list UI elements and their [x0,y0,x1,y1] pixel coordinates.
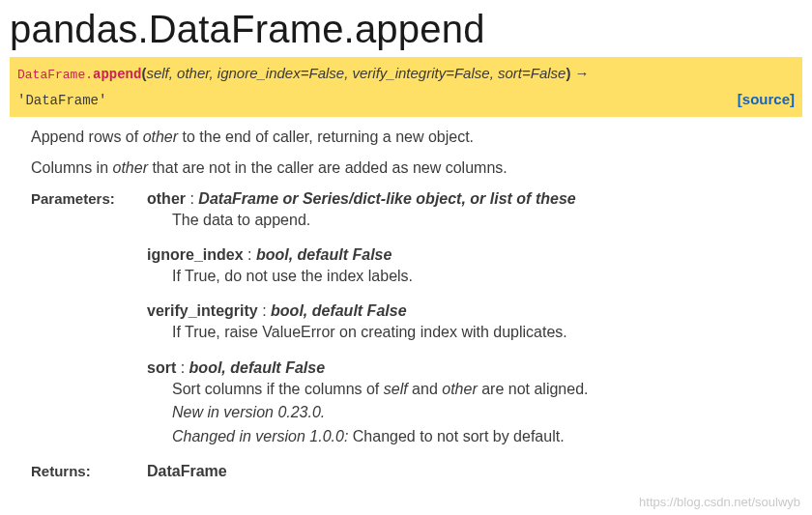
param-type: DataFrame or Series/dict-like object, or… [198,190,575,207]
param-name: other [147,190,186,207]
param-name: sort [147,359,176,376]
desc-line-1: Append rows of other to the end of calle… [31,129,802,146]
sig-classname: DataFrame. [17,68,93,82]
desc-line-2: Columns in other that are not in the cal… [31,159,802,177]
text: and [408,381,443,397]
version-changed: Changed in version 1.0.0: Changed to not… [172,426,802,447]
text: to the end of caller, returning a new ob… [178,129,474,145]
param-desc: If True, do not use the index labels. [172,266,802,287]
text: Sort columns if the columns of [172,381,384,397]
param-sort: sort : bool, default False Sort columns … [147,359,802,447]
param-type: bool, default False [189,359,325,376]
sig-return-type: 'DataFrame' [17,93,106,108]
param-desc: If True, raise ValueError on creating in… [172,322,802,343]
em-other: other [112,159,147,176]
returns-type: DataFrame [147,463,227,479]
param-ignore-index: ignore_index : bool, default False If Tr… [147,246,802,287]
em-self: self [384,381,408,397]
text: Append rows of [31,129,143,145]
parameters-body: other : DataFrame or Series/dict-like ob… [147,190,802,463]
version-changed-label: Changed in version 1.0.0: [172,428,348,444]
signature-block: DataFrame.append(self, other, ignore_ind… [10,57,802,117]
param-verify-integrity: verify_integrity : bool, default False I… [147,302,802,343]
param-other: other : DataFrame or Series/dict-like ob… [147,190,802,231]
version-changed-text: Changed to not sort by default. [348,428,564,444]
version-new: New in version 0.23.0. [172,402,802,423]
param-head: sort : bool, default False [147,359,802,377]
returns-label: Returns: [31,463,137,480]
param-sep: : [244,246,256,263]
sig-args: self, other, ignore_index=False, verify_… [146,65,566,81]
description-section: Append rows of other to the end of calle… [10,117,802,480]
param-sep: : [176,359,188,376]
em-other: other [442,381,477,397]
page-title: pandas.DataFrame.append [10,8,802,51]
returns-body: DataFrame [147,463,802,480]
param-sep: : [258,302,271,319]
sig-funcname: append [93,67,141,82]
param-type: bool, default False [271,302,406,319]
param-type: bool, default False [256,246,392,263]
param-head: verify_integrity : bool, default False [147,302,802,320]
param-sep: : [186,190,198,207]
sig-arrow: → [570,65,589,81]
param-desc: Sort columns if the columns of self and … [172,379,802,400]
param-head: ignore_index : bool, default False [147,246,802,264]
parameters-label: Parameters: [31,190,137,463]
text: that are not in the caller are added as … [148,159,508,176]
em-other: other [143,129,178,145]
param-name: verify_integrity [147,302,258,319]
parameters-table: Parameters: other : DataFrame or Series/… [31,190,802,480]
source-link[interactable]: [source] [738,87,795,112]
param-head: other : DataFrame or Series/dict-like ob… [147,190,802,208]
param-desc: The data to append. [172,210,802,231]
param-name: ignore_index [147,246,244,263]
text: are not aligned. [478,381,589,397]
text: Columns in [31,159,112,176]
